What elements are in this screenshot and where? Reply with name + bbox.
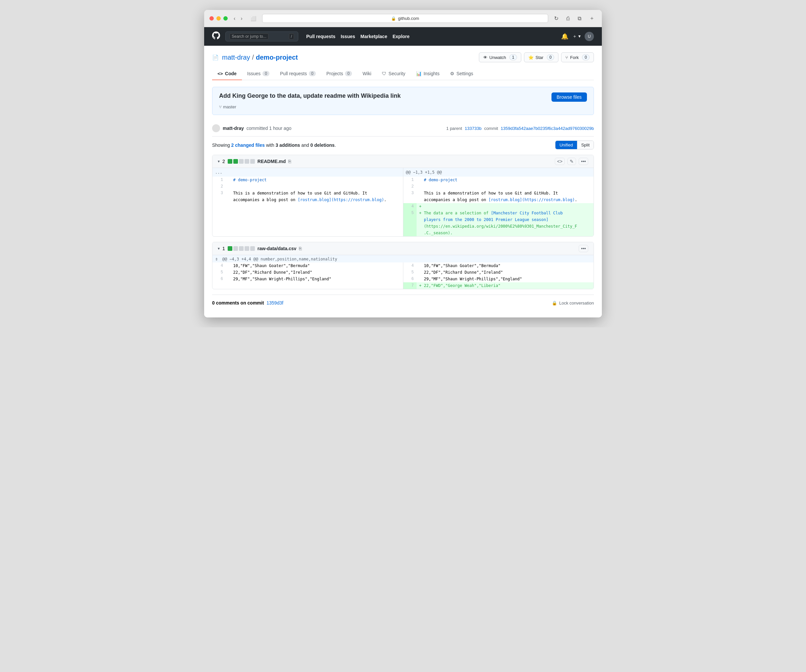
right-line-num-3: 3 — [403, 190, 416, 203]
reload-button[interactable]: ↻ — [552, 14, 560, 23]
csv-left-code-6: 29,"MF","Shaun Wright-Phillips","England… — [226, 276, 403, 282]
forward-button[interactable]: › — [239, 15, 244, 22]
nav-issues[interactable]: Issues — [341, 34, 355, 39]
parent-hash-link[interactable]: 133733b — [465, 126, 482, 131]
csv-right-row-6: 6 29,"MF","Shaun Wright-Phillips","Engla… — [403, 276, 594, 282]
repo-name-link[interactable]: demo-project — [256, 54, 298, 61]
left-line-code-1: # demo-project — [226, 177, 403, 183]
commit-info-box: Add King George to the data, update read… — [212, 87, 594, 115]
close-button[interactable] — [210, 16, 214, 21]
pencil-icon: ✎ — [570, 159, 574, 164]
new-tab-button[interactable]: ＋ — [587, 14, 596, 23]
file-change-count-csv: 1 — [222, 246, 225, 251]
share-button[interactable]: ⎙ — [565, 15, 572, 23]
user-avatar[interactable]: U — [585, 32, 594, 41]
copy-filename-icon-csv[interactable]: ⎘ — [299, 246, 302, 251]
unified-view-button[interactable]: Unified — [555, 141, 577, 149]
tab-pull-requests[interactable]: Pull requests 0 — [275, 68, 321, 80]
sidebar-toggle-button[interactable]: ⬜ — [249, 15, 258, 22]
right-line-num-1: 1 — [403, 177, 416, 183]
comments-count: 0 comments on commit — [212, 300, 264, 305]
csv-hunk-expand-icon: ⇕ — [215, 256, 218, 261]
address-bar[interactable]: 🔒 github.com — [262, 14, 548, 23]
tabs-button[interactable]: ⧉ — [576, 15, 583, 23]
more-options-button-csv[interactable]: ••• — [579, 245, 588, 252]
nav-marketplace[interactable]: Marketplace — [360, 34, 387, 39]
csv-left-row-4: 4 10,"FW","Shaun Goater","Bermuda" — [212, 263, 403, 269]
split-view-button[interactable]: Split — [577, 141, 594, 149]
watch-button[interactable]: 👁 Unwatch 1 — [479, 52, 521, 62]
csv-left-code-4: 10,"FW","Shaun Goater","Bermuda" — [226, 263, 403, 269]
search-bar[interactable]: Search or jump to... / — [225, 31, 298, 41]
diff-right-csv: 4 10,"FW","Shaun Goater","Bermuda" 5 22,… — [403, 263, 594, 289]
tab-wiki[interactable]: Wiki — [357, 68, 377, 80]
back-button[interactable]: ‹ — [232, 15, 237, 22]
csv-right-row-5: 5 22,"DF","Richard Dunne","Ireland" — [403, 269, 594, 276]
repo-owner-link[interactable]: matt-dray — [222, 54, 250, 61]
commit-hash-link[interactable]: 1359d3fa542aae7b0235f6c3a442ad976030029b — [501, 126, 594, 131]
csv-left-code-5: 22,"DF","Richard Dunne","Ireland" — [226, 269, 403, 276]
author-name: matt-dray — [223, 125, 244, 131]
breadcrumb-separator: / — [252, 54, 254, 61]
view-file-button[interactable]: <> — [555, 158, 565, 165]
changed-files-link[interactable]: 2 changed files — [231, 142, 265, 148]
browse-files-button[interactable]: Browse files — [552, 92, 587, 102]
tab-settings[interactable]: ⚙ Settings — [445, 68, 479, 80]
commit-meta: matt-dray committed 1 hour ago 1 parent … — [212, 120, 594, 137]
github-logo[interactable] — [212, 31, 220, 41]
change-block-gray-csv-4 — [250, 246, 255, 251]
star-button[interactable]: ⭐ Star 0 — [524, 52, 559, 62]
comments-section: 0 comments on commit 1359d3f 🔒 Lock conv… — [212, 295, 594, 311]
tab-security[interactable]: 🛡 Security — [377, 68, 411, 80]
comments-commit-short: 1359d3f — [266, 300, 283, 305]
code-icon: <> — [557, 159, 562, 164]
file-name-csv: raw-data/data.csv — [258, 246, 297, 251]
new-item-button[interactable]: ＋ ▾ — [572, 33, 581, 40]
repo-breadcrumb: 📄 matt-dray / demo-project — [212, 54, 298, 61]
notifications-button[interactable]: 🔔 — [561, 33, 568, 40]
change-block-gray-3 — [250, 159, 255, 164]
nav-pull-requests[interactable]: Pull requests — [306, 34, 335, 39]
watch-label: Unwatch — [489, 55, 506, 60]
right-line-code-5: + The data are a selection of [Mancheste… — [416, 210, 594, 236]
file-diff-header-readme: ▾ 2 README.md ⎘ <> — [212, 155, 594, 168]
tab-issues[interactable]: Issues 0 — [242, 68, 275, 80]
ssl-lock-icon: 🔒 — [391, 16, 396, 21]
csv-right-code-7: + 22,"FWD","George Weah","Liberia" — [416, 282, 594, 289]
fork-button[interactable]: ⑂ Fork 0 — [561, 52, 594, 62]
repo-actions: 👁 Unwatch 1 ⭐ Star 0 ⑂ Fork 0 — [479, 52, 594, 62]
copy-filename-icon[interactable]: ⎘ — [288, 159, 291, 164]
right-line-code-4: + — [416, 203, 594, 210]
commit-hash-info: 1 parent 133733b commit 1359d3fa542aae7b… — [446, 126, 594, 131]
hunk-info: ... — [212, 168, 403, 177]
ellipsis-icon: ••• — [581, 159, 586, 164]
file-collapse-chevron[interactable]: ▾ — [218, 159, 220, 164]
star-icon: ⭐ — [528, 55, 533, 60]
security-tab-icon: 🛡 — [382, 71, 386, 76]
commit-title-text: Add King George to the data, update read… — [219, 92, 401, 99]
tab-code[interactable]: <> Code — [212, 68, 242, 80]
file-collapse-chevron-csv[interactable]: ▾ — [218, 246, 220, 251]
nav-explore[interactable]: Explore — [392, 34, 409, 39]
left-line-num-3: 3 — [212, 190, 226, 203]
tab-projects[interactable]: Projects 0 — [321, 68, 357, 80]
left-line-num-1: 1 — [212, 177, 226, 183]
csv-right-num-5: 5 — [403, 269, 416, 276]
code-tab-icon: <> — [217, 71, 223, 76]
lock-conversation-button[interactable]: 🔒 Lock conversation — [552, 301, 594, 305]
left-line-code-2 — [226, 183, 403, 190]
maximize-button[interactable] — [223, 16, 228, 21]
commit-label: commit — [484, 126, 498, 131]
edit-file-button[interactable]: ✎ — [567, 158, 576, 165]
file-diff-header-csv: ▾ 1 raw-data/data.csv ⎘ ••• — [212, 242, 594, 255]
hunk-header-right: @@ −1,3 +1,5 @@ — [403, 168, 594, 177]
minimize-button[interactable] — [216, 16, 221, 21]
tab-insights[interactable]: 📊 Insights — [411, 68, 445, 80]
more-options-button[interactable]: ••• — [579, 158, 588, 165]
csv-right-row-7: 7 + 22,"FWD","George Weah","Liberia" — [403, 282, 594, 289]
diff-left-row-1: 1 # demo-project — [212, 177, 403, 183]
url-display: github.com — [398, 16, 419, 21]
diff-right-readme: @@ −1,3 +1,5 @@ 1 # demo-project 2 3 — [403, 168, 594, 236]
diff-left-readme: ... 1 # demo-project 2 3 This is — [212, 168, 403, 236]
repo-header: 📄 matt-dray / demo-project 👁 Unwatch 1 ⭐… — [212, 52, 594, 62]
